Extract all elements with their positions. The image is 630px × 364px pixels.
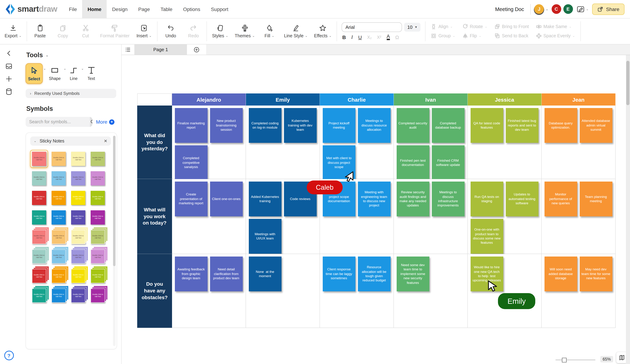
- copy-button[interactable]: Copy: [51, 24, 74, 38]
- palette-sticky-note[interactable]: Double Click to Add Text: [89, 189, 107, 207]
- paste-button[interactable]: Paste: [28, 24, 51, 38]
- palette-sticky-note[interactable]: Double Click to Add Text: [69, 209, 87, 226]
- board-cell[interactable]: Review security audit findings and make …: [394, 179, 468, 254]
- sticky-note[interactable]: Meetings to discuss infrastructure impro…: [432, 182, 464, 216]
- board-cell[interactable]: Finalize marketing reportNew product bra…: [172, 105, 246, 179]
- themes-button[interactable]: Themes⌄: [232, 24, 258, 38]
- sticky-note[interactable]: Client one-on-ones: [210, 182, 242, 216]
- sticky-note[interactable]: QA for latest code features: [470, 108, 503, 143]
- fill-button[interactable]: Fill⌄: [258, 24, 281, 38]
- space-evenly-button[interactable]: Space Evenly⌄: [536, 33, 575, 39]
- palette-sticky-note[interactable]: Double Click to Add Text: [69, 169, 87, 187]
- board-cell[interactable]: Database query optimization.Attended dat…: [542, 105, 616, 179]
- zoom-slider[interactable]: [555, 360, 595, 360]
- board-cell[interactable]: Completed security auditCompleted databa…: [394, 105, 468, 179]
- share-button[interactable]: Share: [592, 3, 624, 15]
- sticky-note[interactable]: Database query optimization.: [544, 108, 577, 143]
- board-column-header-jessica[interactable]: Jessica: [468, 93, 542, 105]
- board-cell[interactable]: None at the moment: [246, 254, 320, 328]
- zoom-slider-handle[interactable]: [562, 358, 566, 362]
- palette-sticky-note[interactable]: Double Click to Add Text: [50, 209, 68, 226]
- sticky-note[interactable]: Kubernetes training with dev team: [284, 108, 316, 143]
- text-tool[interactable]: Text: [84, 63, 98, 83]
- sticky-note[interactable]: May need dev team time for some new feat…: [580, 257, 612, 291]
- board-column-header-alejandro[interactable]: Alejandro: [172, 93, 246, 105]
- bring-to-front-button[interactable]: Bring to Front: [494, 24, 529, 29]
- drawing-canvas[interactable]: AlejandroEmilyCharlieIvanJessicaJeanWhat…: [122, 55, 630, 364]
- undo-button[interactable]: Undo: [160, 24, 182, 38]
- menu-item-options[interactable]: Options: [178, 0, 206, 18]
- recently-used-symbols[interactable]: › Recently Used Symbols: [26, 89, 116, 98]
- board-cell[interactable]: Need some dev team time to implement som…: [394, 254, 468, 328]
- sticky-note[interactable]: Updates to automated testing software: [506, 182, 538, 216]
- palette-sticky-note[interactable]: Double Click to Add Text: [50, 287, 68, 305]
- palette-sticky-note[interactable]: Double Click to Add Text: [50, 228, 68, 246]
- sticky-note[interactable]: Completed coding on log-in module: [248, 108, 281, 143]
- add-page-button[interactable]: [187, 44, 206, 55]
- add-symbols-icon[interactable]: [5, 75, 13, 83]
- palette-sticky-note[interactable]: Double Click to Add Text: [69, 248, 87, 265]
- palette-sticky-note[interactable]: Double Click to Add Text: [89, 267, 107, 285]
- board-cell[interactable]: Client response time can be laggy someti…: [320, 254, 394, 328]
- rotate-button[interactable]: Rotate⌄: [462, 24, 487, 29]
- flip-button[interactable]: Flip⌄: [462, 33, 487, 39]
- send-to-back-button[interactable]: Send to Back: [494, 33, 529, 39]
- select-tool[interactable]: Select: [26, 63, 43, 84]
- palette-sticky-note[interactable]: Double Click to Add Text: [89, 228, 107, 246]
- palette-sticky-note[interactable]: Double Click to Add Text: [30, 267, 48, 285]
- sticky-note[interactable]: Awaiting feedback from graphic design te…: [175, 257, 208, 291]
- italic-button[interactable]: I: [351, 34, 353, 40]
- palette-sticky-note[interactable]: Double Click to Add Text: [30, 209, 48, 226]
- sticky-note[interactable]: Finished CRM software update: [432, 145, 464, 180]
- sticky-note[interactable]: Completed security audit: [396, 108, 429, 143]
- palette-sticky-note[interactable]: Double Click to Add Text: [89, 169, 107, 187]
- shape-tool-chevron[interactable]: ⌄: [64, 67, 66, 70]
- font-size-dropdown[interactable]: 10▼: [404, 23, 421, 32]
- avatar-e[interactable]: E: [563, 4, 573, 14]
- sticky-note[interactable]: Review security audit findings and make …: [396, 182, 429, 216]
- palette-sticky-note[interactable]: Double Click to Add Text: [89, 287, 107, 305]
- page-list-button[interactable]: [122, 44, 134, 55]
- font-family-input[interactable]: [342, 22, 402, 32]
- sticky-note[interactable]: Meetings to discuss resource allocation: [358, 108, 390, 143]
- palette-sticky-note[interactable]: Double Click to Add Text: [30, 169, 48, 187]
- palette-sticky-note[interactable]: Double Click to Add Text: [50, 248, 68, 265]
- panel-scrollbar[interactable]: [113, 136, 116, 346]
- sticky-note[interactable]: New product brainstorming session: [210, 108, 242, 143]
- bold-button[interactable]: B: [342, 34, 346, 40]
- effects-button[interactable]: Effects⌄: [311, 24, 335, 38]
- annotate-button[interactable]: ⌄: [576, 5, 588, 13]
- board-cell[interactable]: Run QA tests on stagingUpdates to automa…: [468, 179, 542, 254]
- sticky-note[interactable]: Need detail clarification from product d…: [210, 257, 242, 291]
- sticky-note[interactable]: One-on-one with product team to discuss …: [470, 219, 503, 254]
- redo-button[interactable]: Redo: [182, 24, 205, 38]
- line-tool[interactable]: Line: [67, 63, 80, 83]
- palette-sticky-note[interactable]: Double Click to Add Text: [69, 150, 87, 168]
- menu-item-home[interactable]: Home: [82, 0, 107, 18]
- close-icon[interactable]: ✕: [104, 139, 107, 144]
- sticky-note[interactable]: Team planning meeting: [580, 182, 612, 216]
- sticky-note[interactable]: Meetings with UI/UX team: [248, 219, 281, 254]
- palette-sticky-note[interactable]: Double Click to Add Text: [50, 189, 68, 207]
- special-character-button[interactable]: Ω: [395, 34, 399, 40]
- sticky-note[interactable]: Project kickoff meeting: [322, 108, 355, 143]
- sticky-note[interactable]: Attended database admin virtual summit: [580, 108, 612, 143]
- board-cell[interactable]: Monitor performance of new queriesTeam p…: [542, 179, 616, 254]
- select-tool-chevron[interactable]: ⌄: [43, 67, 46, 70]
- board-cell[interactable]: Will soon need added database storageMay…: [542, 254, 616, 328]
- sticky-note[interactable]: Finished latest bug reports and sent to …: [506, 108, 538, 143]
- menu-item-table[interactable]: Table: [155, 0, 178, 18]
- menu-item-file[interactable]: File: [64, 0, 82, 18]
- sticky-note[interactable]: Create presentation of marketing report: [175, 182, 208, 216]
- menu-item-design[interactable]: Design: [107, 0, 133, 18]
- board-row-question[interactable]: What did you do yesterday?: [137, 105, 172, 179]
- board-cell[interactable]: Awaiting feedback from graphic design te…: [172, 254, 246, 328]
- sticky-note[interactable]: Completed competitive sanalysis: [175, 145, 208, 180]
- menu-item-support[interactable]: Support: [206, 0, 234, 18]
- board-column-header-jean[interactable]: Jean: [542, 93, 616, 105]
- superscript-button[interactable]: X²: [377, 35, 381, 40]
- overview-map-button[interactable]: [616, 352, 627, 363]
- sticky-note[interactable]: Meeting with engineering team to discuss…: [358, 182, 390, 216]
- board-row-question[interactable]: What will you work on today?: [137, 179, 172, 254]
- palette-sticky-note[interactable]: Double Click to Add Text: [30, 150, 48, 168]
